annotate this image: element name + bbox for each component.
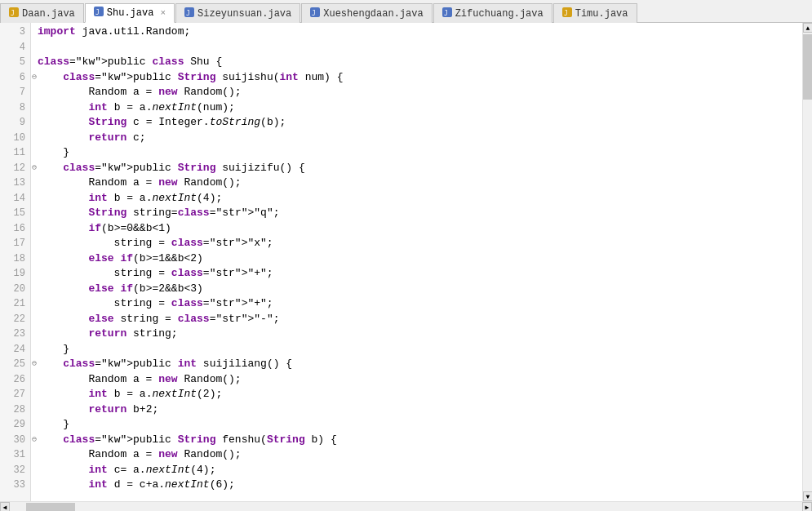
- svg-text:J: J: [11, 10, 15, 17]
- line-num-16: 16: [5, 221, 25, 237]
- editor-inner: 3456⊖789101112⊖1314151617181920212223242…: [0, 23, 812, 501]
- code-line-26: Random a = new Random();: [38, 372, 802, 388]
- line-num-15: 15: [5, 206, 25, 221]
- code-line-7: Random a = new Random();: [38, 85, 802, 100]
- scrollbar-vertical[interactable]: ▲ ▼: [802, 23, 812, 501]
- line-num-12: 12⊖: [5, 161, 25, 176]
- java-icon: J: [9, 7, 19, 20]
- line-num-17: 17: [5, 236, 25, 251]
- tab-timu[interactable]: JTimu.java: [553, 3, 637, 23]
- scroll-right-arrow[interactable]: ▶: [802, 502, 812, 511]
- code-line-28: return b+2;: [38, 402, 802, 418]
- code-line-25: class="kw">public int suijiliang() {: [38, 357, 802, 372]
- code-line-15: String string=class="str">"q";: [38, 206, 802, 221]
- line-num-10: 10: [5, 131, 25, 146]
- code-line-6: class="kw">public String suijishu(int nu…: [38, 70, 802, 86]
- line-num-29: 29: [5, 417, 25, 433]
- line-num-25: 25⊖: [5, 357, 25, 372]
- editor-main: 3456⊖789101112⊖1314151617181920212223242…: [0, 23, 812, 511]
- code-line-3: import java.util.Random;: [38, 24, 802, 40]
- scroll-up-arrow[interactable]: ▲: [803, 23, 812, 33]
- tab-close-shu[interactable]: ×: [160, 8, 166, 18]
- java-icon: J: [184, 7, 194, 20]
- code-area[interactable]: import java.util.Random; class="kw">publ…: [31, 23, 802, 501]
- line-num-8: 8: [5, 100, 25, 116]
- code-line-12: class="kw">public String suijizifu() {: [38, 161, 802, 176]
- code-line-4: [38, 40, 802, 56]
- code-line-22: else string = class="str">"-";: [38, 312, 802, 327]
- svg-text:J: J: [312, 10, 316, 17]
- tab-bar: JDaan.javaJShu.java×JSizeyunsuan.javaJXu…: [0, 0, 812, 23]
- code-line-30: class="kw">public String fenshu(String b…: [38, 433, 802, 448]
- line-numbers: 3456⊖789101112⊖1314151617181920212223242…: [0, 23, 31, 501]
- code-line-13: Random a = new Random();: [38, 176, 802, 191]
- scroll-left-arrow[interactable]: ◀: [0, 502, 10, 511]
- line-num-11: 11: [5, 145, 25, 161]
- svg-text:J: J: [186, 10, 190, 17]
- line-num-7: 7: [5, 85, 25, 100]
- code-line-17: string = class="str">"x";: [38, 236, 802, 251]
- code-line-14: int b = a.nextInt(4);: [38, 191, 802, 207]
- java-icon: J: [94, 7, 104, 20]
- java-icon: J: [310, 7, 320, 20]
- tab-sizeyunsuan[interactable]: JSizeyunsuan.java: [175, 3, 300, 23]
- tab-label-shu: Shu.java: [107, 7, 154, 19]
- line-num-18: 18: [5, 251, 25, 267]
- line-num-31: 31: [5, 447, 25, 463]
- line-num-19: 19: [5, 266, 25, 282]
- code-line-10: return c;: [38, 131, 802, 146]
- scroll-down-arrow[interactable]: ▼: [803, 491, 812, 501]
- code-line-23: return string;: [38, 327, 802, 342]
- line-num-26: 26: [5, 372, 25, 388]
- code-line-24: }: [38, 342, 802, 358]
- code-line-8: int b = a.nextInt(num);: [38, 100, 802, 116]
- scroll-h-track[interactable]: [10, 502, 802, 511]
- tab-shu[interactable]: JShu.java×: [85, 3, 175, 23]
- tab-zifuchuang[interactable]: JZifuchuang.java: [433, 3, 552, 23]
- scroll-thumb[interactable]: [803, 34, 812, 100]
- code-line-19: string = class="str">"+";: [38, 266, 802, 282]
- line-num-3: 3: [5, 24, 25, 40]
- java-icon: J: [442, 7, 452, 20]
- code-line-29: }: [38, 417, 802, 433]
- line-num-5: 5: [5, 55, 25, 70]
- code-line-32: int c= a.nextInt(4);: [38, 463, 802, 478]
- line-num-28: 28: [5, 402, 25, 418]
- tab-label-timu: Timu.java: [575, 8, 628, 20]
- line-num-14: 14: [5, 191, 25, 207]
- tab-label-zifuchuang: Zifuchuang.java: [455, 8, 544, 20]
- tab-xueshengdaan[interactable]: JXueshengdaan.java: [301, 3, 432, 23]
- line-num-27: 27: [5, 387, 25, 402]
- line-num-20: 20: [5, 282, 25, 297]
- svg-text:J: J: [444, 10, 448, 17]
- code-line-20: else if(b>=2&&b<3): [38, 282, 802, 297]
- line-num-33: 33: [5, 478, 25, 493]
- line-num-9: 9: [5, 115, 25, 131]
- line-num-4: 4: [5, 40, 25, 56]
- code-line-11: }: [38, 145, 802, 161]
- scroll-h-thumb[interactable]: [26, 503, 75, 511]
- scrollbar-horizontal[interactable]: ◀ ▶: [0, 501, 812, 511]
- line-num-32: 32: [5, 463, 25, 478]
- line-num-22: 22: [5, 312, 25, 327]
- code-line-21: string = class="str">"+";: [38, 296, 802, 312]
- tab-label-xueshengdaan: Xueshengdaan.java: [323, 8, 423, 20]
- svg-text:J: J: [564, 10, 568, 17]
- line-num-21: 21: [5, 296, 25, 312]
- code-line-18: else if(b>=1&&b<2): [38, 251, 802, 267]
- code-line-16: if(b>=0&&b<1): [38, 221, 802, 237]
- line-num-6: 6⊖: [5, 70, 25, 86]
- tab-label-daan: Daan.java: [22, 8, 75, 20]
- line-num-24: 24: [5, 342, 25, 358]
- code-line-5: class="kw">public class Shu {: [38, 55, 802, 70]
- code-line-9: String c = Integer.toString(b);: [38, 115, 802, 131]
- java-icon-warn: J: [562, 7, 572, 20]
- line-num-30: 30⊖: [5, 433, 25, 448]
- tab-label-sizeyunsuan: Sizeyunsuan.java: [197, 8, 291, 20]
- tab-daan[interactable]: JDaan.java: [0, 3, 84, 23]
- line-num-13: 13: [5, 176, 25, 191]
- code-line-31: Random a = new Random();: [38, 447, 802, 463]
- svg-text:J: J: [95, 9, 100, 16]
- code-line-27: int b = a.nextInt(2);: [38, 387, 802, 402]
- code-line-33: int d = c+a.nextInt(6);: [38, 478, 802, 493]
